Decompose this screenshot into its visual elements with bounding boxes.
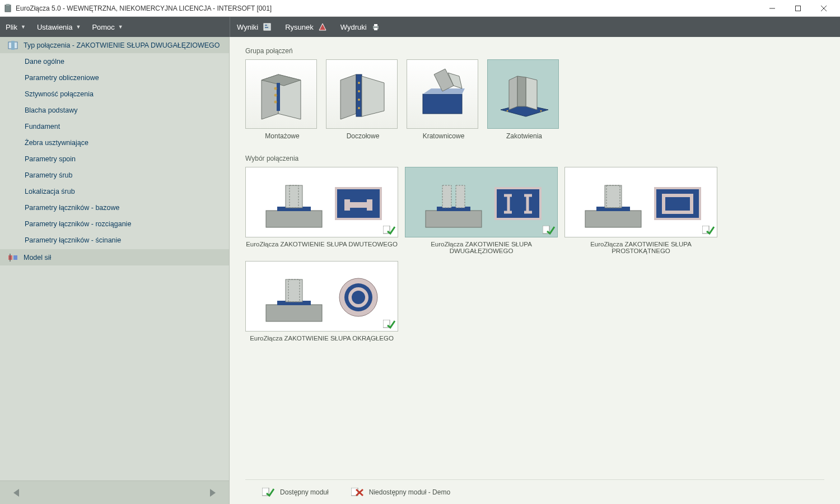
- sidebar-item-label: Parametry łączników - rozciąganie: [25, 220, 131, 228]
- sidebar-item-blacha[interactable]: Blacha podstawy: [0, 102, 229, 118]
- svg-point-25: [274, 94, 277, 97]
- svg-rect-46: [286, 185, 302, 208]
- next-arrow-icon[interactable]: [207, 487, 218, 498]
- legend-unavailable: Niedostępny moduł - Demo: [351, 488, 450, 497]
- selection-caption: EuroZłącza ZAKOTWIENIE SŁUPA DWUGAŁĘZIOW…: [405, 241, 558, 254]
- maximize-button[interactable]: [785, 0, 811, 17]
- window-controls: [759, 0, 837, 17]
- drawing-icon: [318, 22, 327, 31]
- sidebar-item-label: Blacha podstawy: [25, 106, 78, 114]
- selection-card-okraglego[interactable]: EuroZłącza ZAKOTWIENIE SŁUPA OKRĄGŁEGO: [245, 261, 398, 342]
- group-thumb: [487, 59, 559, 129]
- sidebar-item-dane-ogolne[interactable]: Dane ogólne: [0, 53, 229, 69]
- menu-plik[interactable]: Plik▼: [0, 17, 31, 37]
- sidebar-item-label: Parametry spoin: [25, 155, 76, 163]
- group-caption: Kratownicowe: [407, 132, 480, 140]
- selection-card-dwuteowego[interactable]: EuroZłącza ZAKOTWIENIE SŁUPA DWUTEOWEGO: [245, 167, 398, 254]
- svg-marker-27: [340, 74, 356, 119]
- menu-pomoc[interactable]: Pomoc▼: [86, 17, 128, 37]
- available-check-icon: [383, 226, 395, 235]
- selection-caption: EuroZłącza ZAKOTWIENIE SŁUPA OKRĄGŁEGO: [245, 335, 398, 342]
- sidebar-footer-label: Model sił: [24, 254, 51, 262]
- svg-point-26: [274, 101, 277, 104]
- selection-row: EuroZłącza ZAKOTWIENIE SŁUPA DWUTEOWEGO: [245, 167, 824, 342]
- chevron-down-icon: ▼: [76, 24, 81, 30]
- svg-rect-3: [796, 6, 801, 11]
- group-caption: Montażowe: [245, 132, 319, 140]
- sidebar-item-lacznikow-scinanie[interactable]: Parametry łączników - ścinanie: [0, 232, 229, 248]
- svg-marker-39: [509, 76, 517, 110]
- sidebar-item-model-sil[interactable]: Model sił: [0, 249, 229, 265]
- svg-rect-49: [344, 199, 350, 211]
- main-panel: Grupa połączeń Montażowe: [230, 37, 840, 504]
- svg-rect-61: [605, 185, 622, 208]
- sidebar-item-label: Żebra usztywniające: [25, 139, 88, 147]
- sidebar-header-label: Typ połączenia - ZAKOTWIENIE SŁUPA DWUGA…: [24, 41, 220, 49]
- menu-wydruki-label: Wydruki: [340, 23, 367, 31]
- svg-marker-19: [210, 489, 216, 497]
- menu-plik-label: Plik: [6, 23, 17, 31]
- zakotwienia-icon: [495, 66, 551, 122]
- group-section-label: Grupa połączeń: [245, 47, 824, 55]
- sidebar-item-spoin[interactable]: Parametry spoin: [0, 151, 229, 167]
- svg-point-43: [540, 110, 542, 112]
- sidebar-item-label: Parametry łączników - ścinanie: [25, 236, 121, 244]
- menubar: Plik▼ Ustawienia▼ Pomoc▼ Wyniki Rysunek …: [0, 17, 840, 37]
- menu-ustawienia-label: Ustawienia: [37, 23, 73, 31]
- sidebar-item-lacznikow-bazowe[interactable]: Parametry łączników - bazowe: [0, 199, 229, 216]
- svg-rect-51: [350, 202, 367, 208]
- sidebar-item-sztywnosc[interactable]: Sztywność połączenia: [0, 86, 229, 102]
- selection-caption: EuroZłącza ZAKOTWIENIE SŁUPA DWUTEOWEGO: [245, 241, 398, 248]
- menu-wyniki[interactable]: Wyniki: [230, 17, 278, 37]
- okraglego-icon: [255, 268, 389, 324]
- svg-rect-1: [6, 4, 10, 6]
- svg-rect-44: [266, 211, 322, 227]
- minimize-button[interactable]: [759, 0, 785, 17]
- kratownicowe-icon: [414, 66, 470, 122]
- chevron-down-icon: ▼: [118, 24, 123, 30]
- prev-arrow-icon[interactable]: [11, 487, 22, 498]
- group-card-montazowe[interactable]: Montażowe: [245, 59, 319, 140]
- sidebar-header[interactable]: Typ połączenia - ZAKOTWIENIE SŁUPA DWUGA…: [0, 37, 229, 53]
- sidebar-item-lokalizacja[interactable]: Lokalizacja śrub: [0, 183, 229, 199]
- legend-available-label: Dostępny moduł: [280, 488, 329, 496]
- unavailable-x-icon: [351, 488, 363, 497]
- svg-point-24: [274, 87, 277, 90]
- svg-rect-7: [265, 25, 267, 26]
- svg-point-42: [507, 110, 508, 112]
- chevron-down-icon: ▼: [21, 24, 26, 30]
- selection-card-dwugaleziowego[interactable]: EuroZłącza ZAKOTWIENIE SŁUPA DWUGAŁĘZIOW…: [405, 167, 558, 254]
- sidebar-item-zebra[interactable]: Żebra usztywniające: [0, 134, 229, 151]
- menu-right: Wyniki Rysunek Wydruki: [230, 17, 387, 37]
- legend-available: Dostępny moduł: [262, 488, 329, 497]
- group-card-zakotwienia[interactable]: Zakotwienia: [487, 59, 561, 140]
- menu-rysunek[interactable]: Rysunek: [278, 17, 334, 37]
- svg-rect-11: [374, 24, 377, 26]
- sidebar-nav: [0, 480, 229, 504]
- dwuteowego-icon: [255, 174, 389, 230]
- svg-rect-53: [426, 211, 482, 227]
- close-button[interactable]: [811, 0, 837, 17]
- group-card-kratownicowe[interactable]: Kratownicowe: [407, 59, 480, 140]
- sidebar-item-label: Parametry łączników - bazowe: [25, 204, 120, 212]
- sidebar-item-parametry-obliczeniowe[interactable]: Parametry obliczeniowe: [0, 69, 229, 86]
- menu-pomoc-label: Pomoc: [92, 23, 114, 31]
- sidebar-item-srub[interactable]: Parametry śrub: [0, 167, 229, 183]
- menu-ustawienia[interactable]: Ustawienia▼: [31, 17, 87, 37]
- available-check-icon: [543, 226, 555, 235]
- group-card-doczolowe[interactable]: Doczołowe: [326, 59, 400, 140]
- sidebar-item-fundament[interactable]: Fundament: [0, 118, 229, 134]
- menu-left: Plik▼ Ustawienia▼ Pomoc▼: [0, 17, 230, 37]
- selection-section-label: Wybór połączenia: [245, 155, 824, 162]
- legend-unavailable-label: Niedostępny moduł - Demo: [369, 488, 450, 496]
- footer-legend: Dostępny moduł Niedostępny moduł - Demo: [245, 479, 824, 504]
- sidebar-item-lacznikow-rozciaganie[interactable]: Parametry łączników - rozciąganie: [0, 216, 229, 232]
- window-title: EuroZłącza 5.0 - WEWNĘTRZNA, NIEKOMERCYJ…: [16, 4, 759, 12]
- selection-card-prostokatnego[interactable]: EuroZłącza ZAKOTWIENIE SŁUPA PROSTOKĄTNE…: [564, 167, 717, 254]
- menu-wydruki[interactable]: Wydruki: [334, 17, 387, 37]
- svg-rect-8: [265, 27, 268, 28]
- sidebar-item-label: Lokalizacja śrub: [25, 188, 75, 195]
- group-caption: Zakotwienia: [487, 132, 561, 140]
- group-thumb: [245, 59, 317, 129]
- sidebar-item-label: Parametry śrub: [25, 171, 72, 179]
